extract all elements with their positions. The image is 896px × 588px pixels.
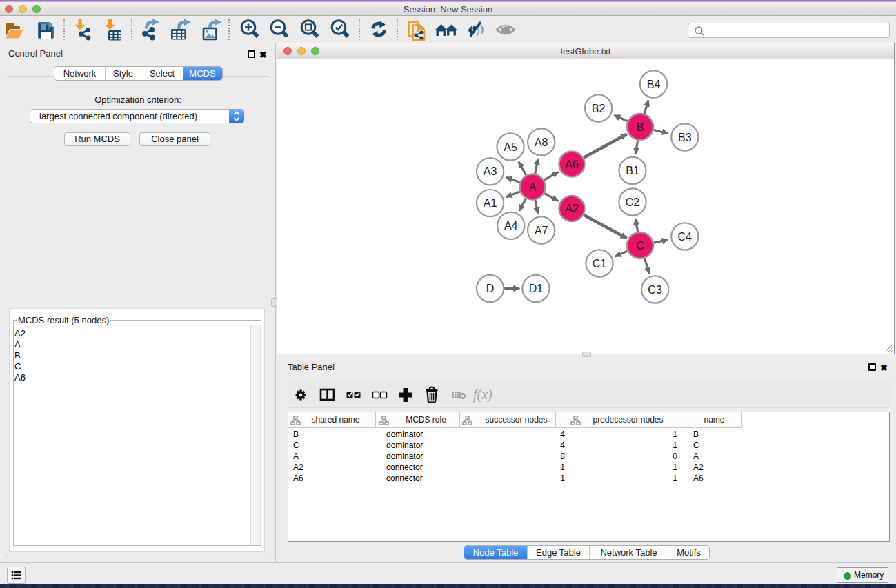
svg-text:D: D: [486, 283, 495, 294]
svg-text:B1: B1: [626, 165, 639, 176]
svg-text:A5: A5: [504, 141, 517, 153]
svg-text:A: A: [529, 181, 537, 193]
svg-text:A4: A4: [504, 220, 518, 232]
svg-text:C4: C4: [678, 231, 693, 243]
svg-text:A1: A1: [484, 197, 497, 209]
svg-text:A6: A6: [565, 159, 579, 170]
svg-text:C1: C1: [593, 258, 607, 270]
svg-text:C3: C3: [648, 284, 662, 296]
svg-text:C: C: [636, 240, 644, 252]
svg-text:A8: A8: [535, 136, 548, 148]
svg-text:B2: B2: [592, 103, 606, 114]
svg-text:C2: C2: [626, 196, 640, 208]
svg-text:B4: B4: [647, 79, 661, 90]
svg-text:A7: A7: [535, 225, 548, 236]
svg-text:A3: A3: [484, 165, 497, 177]
svg-text:B3: B3: [678, 132, 692, 143]
svg-text:B: B: [637, 121, 644, 133]
svg-text:f(x): f(x): [473, 387, 492, 403]
svg-text:D1: D1: [529, 283, 544, 294]
svg-text:A2: A2: [565, 203, 579, 214]
